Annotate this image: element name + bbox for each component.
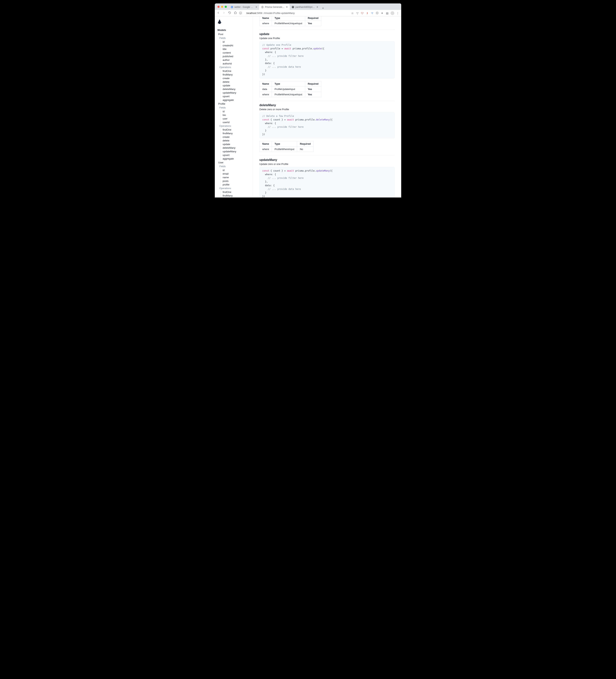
- extension-i-icon[interactable]: I: [366, 12, 369, 15]
- site-info-icon[interactable]: ⓘ: [239, 11, 242, 15]
- star-icon[interactable]: ☆: [351, 12, 354, 15]
- sidebar[interactable]: Models PostFieldsidcreatedAttitlecontent…: [215, 17, 253, 197]
- op-updateMany[interactable]: updateMany: [221, 91, 253, 95]
- op-create[interactable]: create: [221, 76, 253, 80]
- section-updateMany: updateManyUpdate zero or one Profilecons…: [259, 158, 395, 197]
- op-updateMany[interactable]: updateMany: [221, 150, 253, 153]
- model-profile[interactable]: Profile: [215, 102, 253, 106]
- tab-title: Prisma Generated Docs: [265, 6, 285, 8]
- col-header: Required: [305, 17, 321, 21]
- svg-point-3: [292, 6, 294, 8]
- tab-google-search[interactable]: G wetter - Google Search ✕: [229, 4, 259, 10]
- close-tab-icon[interactable]: ✕: [286, 6, 288, 8]
- extensions-icon[interactable]: ✦: [381, 12, 384, 15]
- profile-avatar[interactable]: [391, 11, 394, 15]
- operations-heading[interactable]: Operations: [215, 187, 253, 190]
- code-block: // Update one Profile const profile = aw…: [259, 41, 395, 78]
- pocket-icon[interactable]: ▽: [356, 12, 359, 15]
- field-title[interactable]: title: [221, 47, 253, 51]
- field-name[interactable]: name: [221, 175, 253, 179]
- cell: Yes: [305, 21, 321, 26]
- ublock-icon[interactable]: 🛡: [361, 12, 364, 15]
- op-update[interactable]: update: [221, 142, 253, 146]
- menu-icon[interactable]: ⋮: [396, 12, 399, 15]
- op-update[interactable]: update: [221, 84, 253, 87]
- op-deleteMany[interactable]: deleteMany: [221, 87, 253, 91]
- close-window[interactable]: [218, 6, 220, 8]
- op-delete[interactable]: delete: [221, 139, 253, 142]
- field-id[interactable]: id: [221, 40, 253, 44]
- field-content[interactable]: content: [221, 51, 253, 55]
- col-header: Name: [260, 141, 272, 147]
- reload-button[interactable]: [228, 11, 231, 15]
- field-createdAt[interactable]: createdAt: [221, 44, 253, 47]
- op-deleteMany[interactable]: deleteMany: [221, 146, 253, 150]
- op-findOne[interactable]: findOne: [221, 69, 253, 73]
- close-tab-icon[interactable]: ✕: [316, 6, 318, 8]
- op-findMany[interactable]: findMany: [221, 194, 253, 197]
- col-header: Name: [260, 81, 272, 86]
- maximize-window[interactable]: [225, 6, 227, 8]
- field-userId[interactable]: userId: [221, 121, 253, 124]
- cell: where: [260, 147, 272, 152]
- main-content[interactable]: NameTypeRequiredwhereProfileWhereUniqueI…: [253, 17, 401, 197]
- model-user[interactable]: User: [215, 161, 253, 164]
- operations-heading[interactable]: Operations: [215, 65, 253, 69]
- operations-list: findOnefindManycreatedeleteupdatedeleteM…: [221, 69, 253, 102]
- svg-text:G: G: [231, 6, 232, 8]
- address-bar: ⓘ localhost:5858/#model-Profile-updateMa…: [215, 10, 401, 17]
- section-desc: Update one Profile: [259, 37, 395, 40]
- close-tab-icon[interactable]: ✕: [255, 6, 257, 8]
- op-aggregate[interactable]: aggregate: [221, 157, 253, 161]
- omnibox[interactable]: localhost:5858/#model-Profile-updateMany: [244, 11, 349, 15]
- prisma-logo[interactable]: [215, 18, 253, 28]
- op-aggregate[interactable]: aggregate: [221, 98, 253, 102]
- fields-heading[interactable]: Fields: [215, 36, 253, 40]
- field-email[interactable]: email: [221, 172, 253, 175]
- col-header: Type: [272, 141, 297, 147]
- cell: Yes: [305, 86, 321, 92]
- op-findOne[interactable]: findOne: [221, 128, 253, 132]
- tab-prisma-docs[interactable]: Prisma Generated Docs ✕: [259, 4, 290, 10]
- fields-heading[interactable]: Fields: [215, 164, 253, 168]
- operations-heading[interactable]: Operations: [215, 124, 253, 128]
- field-user[interactable]: user: [221, 117, 253, 121]
- params-table: NameTypeRequiredwhereProfileWhereUniqueI…: [259, 17, 321, 26]
- field-bio[interactable]: bio: [221, 113, 253, 117]
- tab-github-repo[interactable]: pantharshit00/prisma-docs-ge ✕: [290, 4, 320, 10]
- models-tree: PostFieldsidcreatedAttitlecontentpublish…: [215, 32, 253, 197]
- op-upsert[interactable]: upsert: [221, 95, 253, 98]
- operations-list: findOnefindManycreatedeleteupdatedeleteM…: [221, 190, 253, 197]
- table-row: dataProfileUpdateInputYes: [260, 86, 321, 92]
- url-host: localhost:5858: [247, 12, 262, 14]
- minimize-window[interactable]: [221, 6, 223, 8]
- back-button[interactable]: [217, 11, 220, 15]
- op-findMany[interactable]: findMany: [221, 132, 253, 135]
- reading-list-icon[interactable]: ▤: [386, 12, 389, 15]
- operations-list: findOnefindManycreatedeleteupdatedeleteM…: [221, 128, 253, 161]
- table-row: whereProfileWhereUniqueInputYes: [260, 21, 321, 26]
- page: Models PostFieldsidcreatedAttitlecontent…: [215, 17, 401, 197]
- field-authorId[interactable]: authorId: [221, 62, 253, 65]
- forward-button[interactable]: [222, 11, 225, 15]
- globe-favicon-icon: [261, 6, 264, 8]
- home-button[interactable]: [234, 11, 237, 15]
- field-id[interactable]: id: [221, 109, 253, 113]
- model-post[interactable]: Post: [215, 32, 253, 36]
- cell: where: [260, 21, 272, 26]
- extension-c-icon[interactable]: Ⓒ: [376, 12, 379, 15]
- op-upsert[interactable]: upsert: [221, 153, 253, 157]
- section-desc: Update zero or one Profile: [259, 163, 395, 165]
- op-delete[interactable]: delete: [221, 80, 253, 84]
- extension-v-icon[interactable]: ⩔: [371, 12, 374, 15]
- field-published[interactable]: published: [221, 55, 253, 58]
- op-findMany[interactable]: findMany: [221, 73, 253, 76]
- fields-heading[interactable]: Fields: [215, 106, 253, 109]
- field-id[interactable]: id: [221, 168, 253, 172]
- new-tab-button[interactable]: +: [320, 6, 326, 10]
- field-author[interactable]: author: [221, 58, 253, 62]
- op-create[interactable]: create: [221, 135, 253, 139]
- op-findOne[interactable]: findOne: [221, 190, 253, 194]
- field-posts[interactable]: posts: [221, 179, 253, 183]
- field-profile[interactable]: profile: [221, 183, 253, 187]
